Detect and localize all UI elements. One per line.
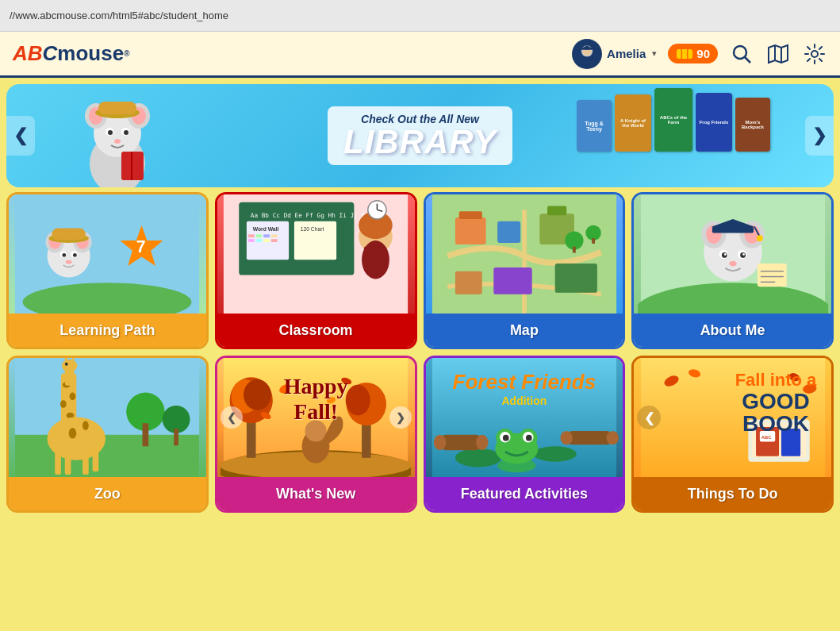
tile-learning-path-image: 7 (9, 194, 206, 314)
svg-rect-152 (566, 431, 612, 444)
library-banner[interactable]: ❮ (6, 84, 834, 187)
featured-activities-overlay-text: Forest Friends Addition (453, 370, 596, 407)
logo-reg: ® (124, 49, 129, 58)
whats-new-overlay-text: HappyFall! (284, 374, 348, 425)
tile-whats-new[interactable]: HappyFall! ❮ ❯ What's New (215, 356, 417, 513)
svg-point-35 (63, 253, 67, 257)
svg-rect-119 (143, 423, 149, 446)
things-left-arrow[interactable]: ❮ (637, 406, 661, 429)
svg-point-37 (66, 260, 72, 264)
banner-title: LIBRARY (343, 125, 497, 159)
svg-line-110 (73, 358, 74, 361)
ticket-icon (676, 48, 693, 60)
svg-point-87 (757, 235, 763, 241)
url-bar: //www.abcmouse.com/html5#abc/student_hom… (10, 10, 228, 21)
book-1: Tugg &Teeny (577, 100, 612, 152)
tickets-badge[interactable]: 90 (668, 44, 718, 63)
svg-line-7 (745, 57, 750, 63)
svg-rect-70 (455, 271, 482, 294)
map-button[interactable] (765, 41, 791, 67)
tile-classroom[interactable]: Aa Bb Cc Dd Ee Ff Gg Hh Ii Jj Kk Ll Word… (215, 192, 417, 349)
tile-about-me-image (634, 194, 831, 314)
svg-rect-5 (677, 49, 692, 59)
svg-rect-50 (271, 234, 278, 237)
logo-mouse: mouse (57, 41, 124, 66)
svg-rect-76 (592, 238, 595, 244)
tile-zoo-image (9, 358, 206, 477)
svg-rect-53 (263, 239, 270, 242)
svg-point-104 (60, 400, 67, 408)
search-button[interactable] (729, 41, 754, 67)
tile-featured-label: Featured Activities (426, 477, 623, 510)
tile-about-me[interactable]: About Me (631, 192, 834, 349)
tiles-grid: 7 Learning Path Aa Bb Cc Dd Ee Ff Gg Hh … (0, 192, 840, 517)
tile-whats-new-image: HappyFall! ❮ ❯ (217, 358, 415, 477)
banner-content: Check Out the All New LIBRARY Tugg &Teen… (6, 84, 834, 187)
tile-classroom-image: Aa Bb Cc Dd Ee Ff Gg Hh Ii Jj Kk Ll Word… (217, 194, 415, 314)
browser-bar: //www.abcmouse.com/html5#abc/student_hom… (0, 0, 840, 32)
settings-button[interactable] (802, 41, 827, 67)
svg-rect-116 (82, 450, 89, 475)
whats-new-left-arrow[interactable]: ❮ (221, 406, 243, 429)
svg-rect-100 (15, 435, 199, 477)
svg-rect-66 (459, 211, 482, 219)
header-right: Amelia ▾ 90 (572, 39, 827, 69)
svg-point-108 (65, 363, 68, 366)
svg-point-6 (734, 46, 746, 59)
svg-rect-114 (56, 450, 62, 475)
svg-point-113 (82, 421, 89, 430)
tile-map[interactable]: Map (424, 192, 626, 349)
tile-whats-new-label: What's New (217, 477, 415, 510)
svg-point-10 (811, 51, 818, 57)
tile-zoo[interactable]: Zoo (6, 356, 209, 513)
svg-point-2 (578, 56, 595, 66)
things-to-do-overlay-text: Fall into a GOODBOOK (728, 370, 823, 435)
banner-mouse-character (70, 92, 165, 187)
svg-point-93 (742, 253, 745, 256)
svg-rect-67 (497, 221, 520, 243)
svg-point-20 (124, 130, 128, 135)
svg-rect-23 (98, 102, 136, 114)
svg-text:Word Wall: Word Wall (253, 226, 279, 232)
svg-point-151 (476, 435, 488, 450)
whats-new-right-arrow[interactable]: ❯ (389, 406, 412, 429)
svg-rect-51 (248, 239, 255, 242)
svg-rect-65 (455, 217, 486, 244)
main-content: ❮ (0, 84, 840, 517)
tile-things-to-do-image: ABC Fall into a GOODBOOK ❮ (634, 358, 831, 477)
tile-featured-activities[interactable]: Forest Friends Addition Featured Activit… (424, 356, 626, 513)
svg-rect-69 (547, 206, 566, 216)
svg-point-148 (526, 435, 532, 441)
svg-rect-48 (256, 234, 263, 237)
user-avatar (572, 39, 602, 69)
svg-text:120 Chart: 120 Chart (301, 226, 324, 232)
svg-rect-117 (93, 448, 99, 471)
svg-rect-54 (271, 239, 278, 242)
svg-rect-47 (248, 234, 255, 237)
logo: ABCmouse® (13, 41, 130, 66)
svg-text:7: 7 (136, 237, 146, 256)
svg-rect-115 (65, 452, 71, 475)
svg-point-36 (73, 253, 77, 257)
svg-line-109 (66, 358, 67, 361)
svg-point-112 (69, 428, 77, 439)
tile-classroom-label: Classroom (217, 314, 415, 347)
svg-point-147 (503, 435, 509, 441)
svg-point-154 (606, 431, 618, 444)
svg-point-139 (455, 448, 501, 467)
tile-things-to-do[interactable]: ABC Fall into a GOODBOOK ❮ Things To Do (631, 356, 834, 513)
svg-rect-59 (364, 247, 372, 271)
banner-right-arrow[interactable]: ❯ (805, 116, 834, 156)
book-5: Mom's Backpack (735, 98, 770, 152)
svg-point-140 (533, 446, 576, 461)
user-badge[interactable]: Amelia ▾ (572, 39, 657, 69)
book-3: ABCs of the Farm (654, 88, 692, 152)
svg-point-21 (114, 139, 121, 144)
svg-point-94 (729, 261, 737, 267)
app-header: ABCmouse® Amelia ▾ 90 (0, 32, 840, 78)
banner-text: Check Out the All New LIBRARY (328, 106, 512, 165)
logo-ab: AB (13, 41, 43, 66)
svg-point-131 (346, 385, 370, 416)
tile-learning-path[interactable]: 7 Learning Path (6, 192, 209, 349)
banner-left-arrow[interactable]: ❮ (6, 116, 35, 156)
